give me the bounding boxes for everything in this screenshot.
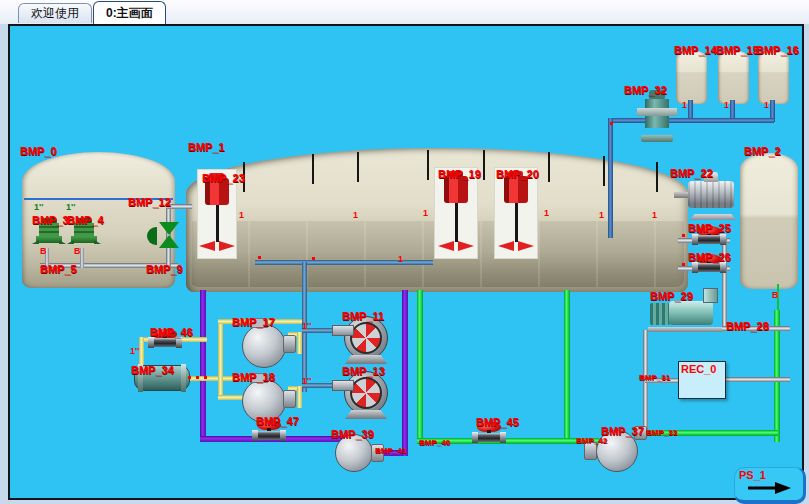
right-arrow-icon <box>747 481 793 495</box>
pump-base <box>36 236 62 243</box>
pipe-tick-marker <box>610 122 613 125</box>
valve-body <box>472 433 506 442</box>
valve-body <box>692 235 726 244</box>
equipment-label-bmp_22: BMP_22 <box>670 167 713 179</box>
pipe-tick-marker <box>258 256 261 259</box>
gauge-marker: 1 <box>724 100 729 110</box>
gauge-marker: 1'' <box>302 321 311 331</box>
mixer-shaft <box>455 203 458 242</box>
mixer-bmp19[interactable] <box>435 168 477 258</box>
equipment-label-bmp_45: BMP_45 <box>476 416 519 428</box>
gauge-marker: 1 <box>764 100 769 110</box>
equipment-label-bmp_25: BMP_25 <box>688 222 731 234</box>
pump-base <box>648 327 722 332</box>
pipe-tick-marker <box>312 257 315 260</box>
pipe-tick-marker <box>188 376 191 379</box>
equipment-label-bmp_31: BMP_31 <box>639 373 670 382</box>
pump-body <box>669 301 713 325</box>
gauge-marker: 1 <box>239 210 244 220</box>
gauge-tick <box>312 154 314 184</box>
equipment-label-bmp_17: BMP_17 <box>232 316 275 328</box>
gauge-tick <box>427 150 429 180</box>
tab-main-screen[interactable]: 0:主画面 <box>93 1 166 24</box>
equipment-label-bmp_40: BMP_40 <box>419 438 450 447</box>
mixer-bmp20[interactable] <box>495 168 537 258</box>
gauge-marker: 1 <box>544 208 549 218</box>
equipment-label-bmp_2: BMP_2 <box>744 145 781 157</box>
mixer-panel-bmp19 <box>435 168 477 258</box>
rec-display[interactable]: REC_0 <box>678 361 726 399</box>
pipe-tick-marker <box>682 263 685 266</box>
equipment-label-bmp_1: BMP_1 <box>188 141 225 153</box>
valve-bmp12[interactable] <box>156 220 182 250</box>
valve-body <box>692 263 726 272</box>
gauge-tick <box>548 152 550 182</box>
valve-body <box>148 338 182 347</box>
pump-inlet <box>332 325 354 336</box>
equipment-label-bmp_46: BMP_46 <box>150 326 193 338</box>
gauge-marker: 1 <box>599 210 604 220</box>
pump-motor <box>650 303 670 325</box>
mixer-panel-bmp20 <box>495 168 537 258</box>
pump-flange <box>283 335 296 353</box>
equipment-label-bmp_37: BMP_37 <box>601 425 644 437</box>
equipment-label-bmp_32: BMP_32 <box>624 84 667 96</box>
gauge-marker: 1 <box>682 100 687 110</box>
equipment-label-bmp_5: BMP_5 <box>40 263 77 275</box>
pump-flange <box>637 108 677 116</box>
gauge-marker: 1 <box>398 254 403 264</box>
pipe-tick-marker <box>196 376 199 379</box>
gauge-tick <box>656 162 658 192</box>
equipment-label-bmp_34: BMP_34 <box>131 364 174 376</box>
pipe <box>218 319 223 399</box>
motor-bmp22[interactable] <box>682 172 744 220</box>
pipe <box>255 260 433 265</box>
canvas: REC_0 <box>8 24 804 500</box>
equipment-label-bmp_9: BMP_9 <box>146 263 183 275</box>
pipe-tick-marker <box>204 376 207 379</box>
pipe <box>643 330 648 436</box>
equipment-label-bmp_47: BMP_47 <box>256 415 299 427</box>
rec-label: REC_0 <box>681 363 716 375</box>
pipe <box>610 118 774 123</box>
motor-body <box>688 181 734 208</box>
valve-wedge <box>159 235 179 248</box>
pipe <box>564 290 570 444</box>
equipment-label-bmp_4: BMP_4 <box>67 214 104 226</box>
equipment-label-bmp_20: BMP_20 <box>496 168 539 180</box>
gauge-marker: 1 <box>652 210 657 220</box>
ps1-nav-button[interactable]: PS_1 <box>734 467 806 504</box>
tank-bmp14 <box>676 50 707 104</box>
gauge-marker: B <box>772 290 779 300</box>
gauge-tick <box>603 156 605 186</box>
pump-impeller <box>350 322 382 354</box>
gauge-tick <box>483 150 485 180</box>
pipe <box>608 118 613 238</box>
equipment-label-bmp_18: BMP_18 <box>232 371 275 383</box>
pump-flange <box>703 288 718 303</box>
tank-bmp15 <box>718 50 749 104</box>
pump-pedestal <box>345 410 387 419</box>
tab-welcome[interactable]: 欢迎使用 <box>18 3 92 23</box>
motor-stand <box>690 214 736 220</box>
tank-bmp16 <box>758 50 789 104</box>
valve-body <box>252 431 286 440</box>
mixer-motor <box>504 176 528 203</box>
equipment-label-bmp_33: BMP_33 <box>646 428 677 437</box>
gauge-marker: 1'' <box>302 376 311 386</box>
equipment-label-bmp_3: BMP_3 <box>32 214 69 226</box>
pump-bmp32[interactable] <box>641 90 673 142</box>
valve-wedge <box>159 222 179 235</box>
equipment-label-bmp_19: BMP_19 <box>438 168 481 180</box>
ps1-label: PS_1 <box>739 469 766 481</box>
pump-base <box>71 236 97 243</box>
equipment-label-bmp_41: BMP_41 <box>375 446 406 455</box>
pump-base <box>641 135 673 142</box>
equipment-label-bmp_11: BMP_11 <box>342 310 384 322</box>
tab-bar: 欢迎使用 0:主画面 <box>0 0 809 24</box>
tank-bmp2 <box>740 153 798 289</box>
hmi-window: { "tabs": [ {"label": "欢迎使用", "active": … <box>0 0 809 504</box>
equipment-label-bmp_26: BMP_26 <box>688 251 731 263</box>
pipe <box>722 377 790 382</box>
gauge-marker: B <box>40 246 47 256</box>
